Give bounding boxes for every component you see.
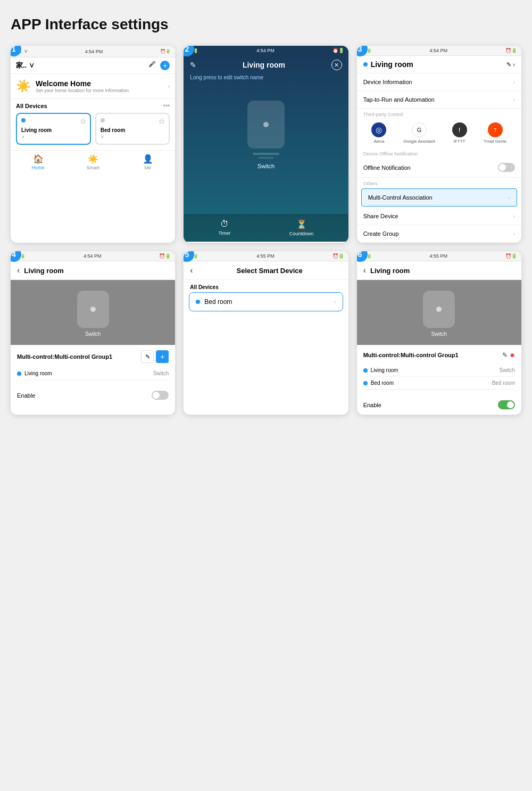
s4-back-arrow[interactable]: ‹ — [17, 266, 20, 275]
mc-add-btn-4[interactable]: + — [156, 350, 169, 363]
multi-control-section-4: Multi-control:Multi-control Group1 ✎ + L… — [11, 345, 175, 385]
offline-toggle[interactable] — [498, 163, 515, 172]
s2-close-icon[interactable]: ✕ — [331, 60, 342, 70]
share-device-label: Share Device — [363, 213, 398, 219]
multi-control-item[interactable]: Multi-Control Association › — [361, 188, 517, 207]
enable-toggle-knob-4 — [153, 392, 160, 399]
s6-mc-section: Multi-control:Multi-control Group1 ✎ ● L… — [357, 345, 521, 395]
status-icons-6b: ⏰🔋 — [505, 253, 517, 259]
offline-notification-label: Offline Notification — [363, 164, 411, 171]
s3-edit-icon[interactable]: ✎ › — [506, 61, 515, 68]
all-devices-label: All Devices — [16, 103, 47, 109]
s5-header: ‹ Select Smart Device — [184, 261, 348, 280]
power-icon-bedroom: ⏻ — [159, 118, 164, 124]
offline-section-label: Device Offline Notification — [357, 148, 521, 158]
mc-dot-living — [17, 372, 21, 376]
status-bar-time-4: 4:54 PM — [84, 253, 102, 259]
share-device-chevron: › — [513, 213, 515, 219]
enable-row-4: Enable — [11, 385, 175, 405]
mc-edit-btn-4[interactable]: ✎ — [141, 350, 154, 363]
tmall-label: Tmall Genie — [484, 139, 506, 144]
screen-4: 4 📶🔋 4:54 PM ⏰🔋 ‹ Living room Switch Mul… — [11, 251, 175, 415]
s6-device-box — [423, 291, 455, 328]
s6-device-dot — [436, 307, 442, 312]
screen-5: 5 📶🔋 4:55 PM ⏰🔋 ‹ Select Smart Device Al… — [184, 251, 348, 415]
screen-1: 1 家.. ∨ 4:54 PM ⏰🔋 家.. ∨ 🎤 + ☀️ Welcome … — [11, 46, 175, 243]
toggle-knob — [499, 164, 506, 171]
s6-device-name-bedroom: Bed room — [371, 380, 394, 386]
mc-device-name-living: Living room — [24, 370, 52, 376]
ifttt-item[interactable]: f IFTTT — [452, 122, 467, 144]
s5-back-arrow[interactable]: ‹ — [190, 266, 193, 275]
automation-label: Tap-to-Run and Automation — [363, 96, 435, 103]
device-box — [247, 101, 285, 149]
s2-device-label: Switch — [257, 163, 275, 169]
tmall-icon: T — [488, 122, 503, 137]
mc-actions-4: ✎ + — [141, 350, 169, 363]
tmall-item[interactable]: T Tmall Genie — [484, 122, 506, 144]
nav-me[interactable]: 👤 Me — [120, 154, 175, 170]
status-bar-6: 📶🔋 4:55 PM ⏰🔋 — [357, 251, 521, 261]
alexa-label: Alexa — [373, 139, 384, 144]
s6-device-type-bedroom: Bed room — [492, 380, 515, 386]
status-bar-4: 📶🔋 4:54 PM ⏰🔋 — [11, 251, 175, 261]
s4-header: ‹ Living room — [11, 261, 175, 280]
countdown-label: Countdown — [289, 231, 314, 236]
menu-item-automation[interactable]: Tap-to-Run and Automation › — [357, 91, 521, 109]
s6-mc-header: Multi-control:Multi-control Group1 ✎ ● — [363, 350, 515, 360]
s1-home-label: 家.. ∨ — [16, 61, 35, 70]
create-group-item[interactable]: Create Group › — [357, 225, 521, 243]
countdown-action[interactable]: ⏳ Countdown — [289, 219, 314, 236]
status-bar-time-5: 4:55 PM — [256, 253, 275, 259]
share-device-item[interactable]: Share Device › — [357, 208, 521, 225]
google-item[interactable]: G Google Assistant — [403, 122, 435, 144]
multi-control-chevron: › — [509, 195, 510, 201]
add-icon[interactable]: + — [160, 61, 170, 70]
device-visual: Switch — [184, 101, 348, 169]
s5-device-bedroom[interactable]: Bed room › — [189, 292, 343, 311]
s6-dot-bedroom — [363, 381, 368, 385]
s4-device-preview: Switch — [11, 280, 175, 345]
screen-3: 3 📶🔋 4:54 PM ⏰🔋 Living room ✎ › Device I… — [357, 46, 521, 243]
s4-device-box — [77, 291, 109, 328]
enable-toggle-4[interactable] — [152, 391, 169, 400]
nav-me-label: Me — [145, 165, 152, 170]
mic-icon[interactable]: 🎤 — [148, 61, 156, 70]
device-card-living[interactable]: ⏻ Living room ∨ — [16, 113, 91, 145]
third-party-section-label: Third-party Control — [357, 109, 521, 118]
timer-icon: ⏱ — [220, 219, 229, 229]
s5-device-name-bedroom: Bed room — [204, 298, 232, 306]
nav-home[interactable]: 🏠 Home — [11, 154, 65, 170]
device-card-bedroom[interactable]: ⏻ Bed room ∨ — [95, 113, 170, 145]
power-icon-living: ⏻ — [80, 118, 86, 124]
s4-title: Living room — [24, 267, 63, 275]
s6-edit-icon[interactable]: ✎ — [502, 351, 508, 359]
status-bar-5: 📶🔋 4:55 PM ⏰🔋 — [184, 251, 348, 261]
device-box-dot — [263, 122, 269, 127]
s6-back-arrow[interactable]: ‹ — [363, 266, 366, 275]
smart-nav-icon: ☀️ — [88, 154, 98, 164]
mc-device-row-living: Living room Switch — [17, 367, 169, 380]
menu-item-device-info[interactable]: Device Information › — [357, 73, 521, 91]
screen-2: 2 📶🔋 4:54 PM ⏰🔋 ✎ Living room ✕ Long pre… — [184, 46, 348, 243]
more-options-icon[interactable]: ••• — [163, 102, 170, 110]
s2-edit-icon[interactable]: ✎ — [190, 61, 196, 69]
status-bar-time-6: 4:55 PM — [430, 253, 448, 259]
s3-header: Living room ✎ › — [357, 56, 521, 73]
all-devices-header: All Devices ••• — [11, 99, 175, 113]
s6-dot-living — [363, 368, 368, 373]
sun-icon: ☀️ — [16, 79, 30, 93]
timer-label: Timer — [219, 230, 231, 236]
s3-device-name: Living room — [371, 60, 413, 69]
third-party-grid: ◎ Alexa G Google Assistant f IFTTT T Tma… — [357, 118, 521, 148]
nav-smart[interactable]: ☀️ Smart — [65, 154, 120, 170]
alexa-item[interactable]: ◎ Alexa — [371, 122, 386, 144]
s6-device-preview: Switch — [357, 280, 521, 345]
s6-add-icon[interactable]: ● — [510, 350, 515, 360]
welcome-title: Welcome Home — [36, 79, 129, 88]
s5-bedroom-chevron: › — [334, 299, 336, 305]
automation-chevron: › — [513, 97, 515, 103]
timer-action[interactable]: ⏱ Timer — [219, 219, 231, 236]
s6-enable-toggle[interactable] — [498, 400, 515, 409]
mc-title-4: Multi-control:Multi-control Group1 — [17, 353, 112, 360]
